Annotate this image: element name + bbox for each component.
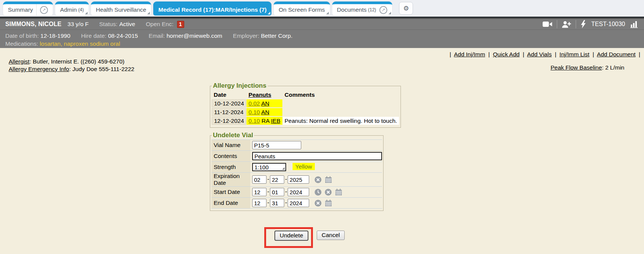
expiration-year-input[interactable] bbox=[288, 175, 309, 184]
dropdown-fold-icon bbox=[147, 12, 150, 14]
tab-count: (4) bbox=[78, 7, 84, 12]
dose-link[interactable]: 0.10 bbox=[248, 118, 260, 124]
employer-value: Better Corp. bbox=[261, 33, 293, 39]
strength-input[interactable] bbox=[252, 163, 286, 171]
tab-label: Documents bbox=[337, 6, 367, 13]
form-row-contents: Contents bbox=[211, 151, 382, 162]
link-separator: | bbox=[523, 51, 524, 57]
injection-comment bbox=[283, 108, 399, 116]
tab-health-surveillance[interactable]: Health Surveillance bbox=[91, 2, 151, 15]
allergy-info-block: Allergist: Butler, Internist E. ((260) 4… bbox=[9, 58, 134, 73]
clock-icon[interactable] bbox=[314, 189, 322, 196]
undelete-vial-legend: Undelete Vial bbox=[212, 132, 254, 139]
clear-date-icon[interactable] bbox=[314, 176, 322, 183]
patient-name: SIMMONS, NICOLE bbox=[5, 21, 62, 28]
contents-label: Contents bbox=[211, 151, 250, 162]
contents-input[interactable] bbox=[252, 152, 382, 160]
dob-value: 12-18-1990 bbox=[40, 33, 70, 39]
hire-date-label: Hire date: bbox=[81, 33, 106, 39]
open-enc-badge[interactable]: 1 bbox=[177, 21, 184, 28]
allergist-link[interactable]: Allergist bbox=[9, 58, 29, 65]
clear-date-icon[interactable] bbox=[325, 189, 332, 196]
add-document-link[interactable]: Add Document bbox=[597, 51, 636, 57]
expiration-day-input[interactable] bbox=[270, 175, 284, 184]
injection-comment: Peanuts: Normal red swelling. Hot to tou… bbox=[283, 117, 399, 125]
tab-label: Medical Record (17):MAR/Injections (7) bbox=[158, 6, 267, 13]
start-day-input[interactable] bbox=[270, 188, 284, 196]
date-dash: - bbox=[267, 199, 269, 206]
expiration-month-input[interactable] bbox=[252, 175, 267, 184]
tab-label: On Screen Forms bbox=[279, 6, 325, 13]
form-row-start-date: Start Date -- bbox=[211, 187, 382, 198]
medications-value: losartan, naproxen sodium oral bbox=[40, 40, 120, 47]
tab-label: Health Surveillance bbox=[96, 6, 146, 13]
popout-icon[interactable]: ↗ bbox=[40, 6, 48, 14]
tab-documents[interactable]: Documents (12) ↗ bbox=[332, 2, 393, 15]
patient-age-sex: 33 y/o F bbox=[68, 21, 89, 28]
tab-label: Admin bbox=[60, 6, 77, 13]
tab-on-screen-forms[interactable]: On Screen Forms bbox=[274, 2, 330, 15]
dropdown-fold-icon bbox=[388, 12, 391, 14]
end-day-input[interactable] bbox=[270, 199, 284, 207]
allergy-emergency-value: : Judy Doe 555-111-2222 bbox=[69, 66, 134, 72]
end-year-input[interactable] bbox=[288, 199, 309, 207]
vial-name-input[interactable] bbox=[252, 141, 301, 149]
calendar-icon[interactable] bbox=[335, 189, 342, 196]
quick-add-link[interactable]: Quick Add bbox=[493, 51, 520, 57]
tab-admin[interactable]: Admin (4) bbox=[55, 2, 89, 15]
demographics-line2: Medications: losartan, naproxen sodium o… bbox=[5, 40, 639, 48]
link-separator: | bbox=[488, 51, 490, 57]
start-date-label: Start Date bbox=[211, 187, 250, 198]
undelete-button[interactable]: Undelete bbox=[274, 231, 308, 241]
dropdown-fold-icon bbox=[268, 12, 270, 14]
patient-id: TEST-10030 bbox=[591, 21, 625, 28]
header-icon-group: TEST-10030 bbox=[542, 20, 639, 28]
allergy-injections-section: Allergy Injections Date Peanuts Comments… bbox=[210, 82, 401, 128]
video-camera-icon[interactable] bbox=[542, 21, 552, 28]
add-inj-imm-link[interactable]: Add Inj/Imm bbox=[454, 51, 485, 57]
tab-label: Summary bbox=[8, 6, 33, 13]
allergy-emergency-link[interactable]: Allergy Emergency Info bbox=[9, 66, 69, 72]
col-date: Date bbox=[212, 91, 246, 99]
clear-date-icon[interactable] bbox=[314, 200, 322, 207]
tab-summary[interactable]: Summary ↗ bbox=[3, 2, 53, 15]
tab-count: (12) bbox=[368, 7, 376, 12]
dose-link[interactable]: 0.02 bbox=[248, 100, 260, 107]
end-date-label: End Date bbox=[211, 198, 250, 209]
undelete-vial-form: Vial Name Contents Strength Yellow Expir… bbox=[211, 139, 382, 209]
add-vials-link[interactable]: Add Vials bbox=[527, 51, 552, 57]
table-row: 12-12-2024 0.10 RA IEB Peanuts: Normal r… bbox=[212, 117, 399, 125]
inj-imm-list-link[interactable]: Inj/Imm List bbox=[559, 51, 589, 57]
popout-icon[interactable]: ↗ bbox=[379, 6, 387, 14]
settings-button[interactable]: ⚙ bbox=[399, 2, 413, 15]
patient-header-bar: SIMMONS, NICOLE 33 y/o F Status: Active … bbox=[0, 18, 644, 29]
add-person-icon[interactable] bbox=[562, 21, 571, 28]
reaction-code-link[interactable]: AN bbox=[261, 100, 270, 107]
allergy-emergency-line: Allergy Emergency Info: Judy Doe 555-111… bbox=[9, 65, 134, 73]
chart-icon[interactable] bbox=[630, 20, 639, 28]
expiration-date-label: Expiration Date bbox=[211, 173, 250, 187]
injection-date: 10-12-2024 bbox=[212, 99, 246, 107]
start-year-input[interactable] bbox=[288, 188, 309, 196]
calendar-icon[interactable] bbox=[325, 200, 332, 207]
tab-medical-record[interactable]: Medical Record (17):MAR/Injections (7) bbox=[153, 2, 271, 15]
form-buttons-row: Undelete Cancel bbox=[264, 227, 345, 248]
date-dash: - bbox=[267, 176, 269, 182]
reaction-code-link[interactable]: IEB bbox=[271, 118, 280, 124]
reaction-code-link[interactable]: AN bbox=[261, 109, 270, 115]
end-month-input[interactable] bbox=[252, 199, 267, 207]
cancel-button[interactable]: Cancel bbox=[317, 231, 345, 240]
icon-divider bbox=[576, 20, 576, 28]
peak-flow-baseline: Peak Flow Baseline: 2 L/min bbox=[550, 64, 624, 71]
allergy-injections-legend: Allergy Injections bbox=[212, 82, 268, 90]
dose-link[interactable]: 0.10 bbox=[248, 109, 260, 115]
dropdown-fold-icon bbox=[326, 12, 329, 14]
reaction-code: RA bbox=[262, 118, 270, 124]
lightning-icon[interactable] bbox=[581, 20, 586, 28]
gears-icon: ⚙ bbox=[403, 5, 409, 12]
col-peanuts-link[interactable]: Peanuts bbox=[248, 91, 271, 98]
strength-color-badge: Yellow bbox=[293, 163, 314, 170]
peak-flow-link[interactable]: Peak Flow Baseline bbox=[550, 64, 602, 71]
calendar-icon[interactable] bbox=[325, 176, 332, 183]
start-month-input[interactable] bbox=[252, 188, 267, 196]
